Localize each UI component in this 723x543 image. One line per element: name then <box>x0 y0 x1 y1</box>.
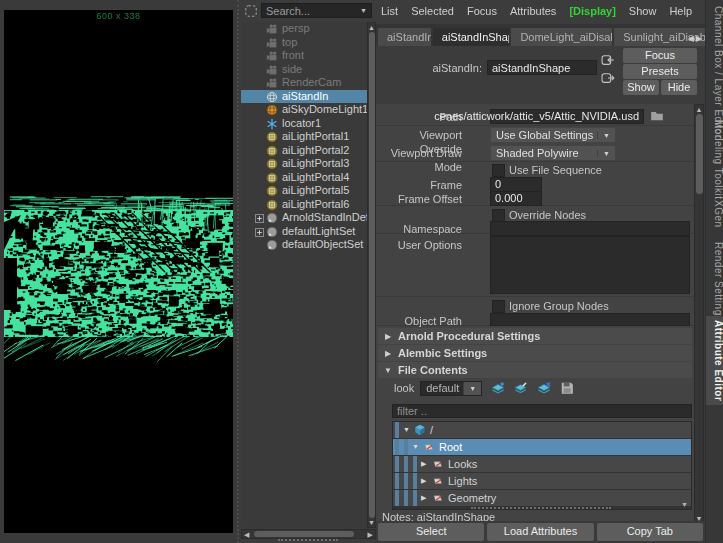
menu-list[interactable]: List <box>381 5 398 17</box>
section-label: File Contents <box>398 364 468 376</box>
scrollbar-thumb[interactable] <box>696 114 703 194</box>
section-alembic-settings[interactable]: ▶ Alembic Settings <box>378 345 692 361</box>
object-path-field[interactable] <box>490 313 690 326</box>
copy-tab-button[interactable]: Copy Tab <box>597 523 703 541</box>
expand-arrow-icon[interactable]: ▼ <box>403 426 410 433</box>
outliner-item-aiLightPortal2[interactable]: aiLightPortal2 <box>241 144 367 158</box>
dock-tab-render-settings[interactable]: Render Settings <box>706 242 723 321</box>
menu-focus[interactable]: Focus <box>467 5 497 17</box>
usd-tree-item-Geometry[interactable]: ▶Geometry <box>393 490 691 506</box>
expand-arrow-icon[interactable]: ▼ <box>412 443 419 450</box>
look-dropdown[interactable]: default ▼ <box>420 381 482 396</box>
outliner-item-aiLightPortal4[interactable]: aiLightPortal4 <box>241 171 367 185</box>
ignore-group-nodes-checkbox[interactable] <box>492 300 505 313</box>
collapse-arrow-icon[interactable]: ▶ <box>421 494 426 502</box>
node-name-field[interactable]: aiStandInShape <box>487 60 597 75</box>
tab-aiStandIn[interactable]: aiStandIn <box>378 28 431 46</box>
outliner-search-input[interactable]: Search... ▼ <box>261 3 372 18</box>
outliner-item-side[interactable]: side <box>241 63 367 77</box>
save-look-icon[interactable] <box>560 381 574 395</box>
outliner-filter-icon[interactable] <box>244 4 258 18</box>
edit-look-icon[interactable] <box>514 381 528 395</box>
hide-button[interactable]: Hide <box>661 80 697 95</box>
usd-tree-item-root[interactable]: ▼/ <box>393 422 691 438</box>
assign-look-icon[interactable] <box>491 381 505 395</box>
dock-tab-attribute-editor[interactable]: Attribute Editor <box>706 316 723 405</box>
menu-attributes[interactable]: Attributes <box>510 5 556 17</box>
scrollbar-thumb[interactable] <box>369 32 375 518</box>
outliner-item-aiSkyDomeLight1[interactable]: aiSkyDomeLight1 <box>241 103 367 117</box>
scroll-down-icon[interactable]: ▼ <box>368 519 375 526</box>
menu-show[interactable]: Show <box>629 5 657 17</box>
collapse-arrow-icon[interactable]: ▶ <box>421 477 426 485</box>
show-button[interactable]: Show <box>623 80 659 95</box>
load-input-connections-icon[interactable] <box>601 53 615 66</box>
viewport-panel: 600 x 338 <box>0 0 240 543</box>
outliner-item-aiLightPortal5[interactable]: aiLightPortal5 <box>241 184 367 198</box>
presets-button[interactable]: Presets <box>623 64 697 79</box>
section-arnold-procedural-settings[interactable]: ▶ Arnold Procedural Settings <box>378 328 692 344</box>
outliner-item-aiLightPortal1[interactable]: aiLightPortal1 <box>241 130 367 144</box>
panel-divider-handle[interactable] <box>237 0 239 543</box>
usd-filter-input[interactable]: filter .. <box>392 404 692 418</box>
focus-button[interactable]: Focus <box>623 48 697 63</box>
outliner-item-defaultLightSet[interactable]: defaultLightSet <box>241 225 367 239</box>
menu-display[interactable]: [Display] <box>569 5 615 17</box>
section-file-contents[interactable]: ▼ File Contents <box>378 362 692 378</box>
tab-aiStandInShape[interactable]: aiStandInShape <box>433 28 510 46</box>
collapse-arrow-icon[interactable]: ▶ <box>421 460 426 468</box>
outliner-item-persp[interactable]: persp <box>241 22 367 36</box>
render-viewport[interactable]: 600 x 338 <box>4 10 233 533</box>
attribute-editor-scrollbar[interactable]: ▲ ▼ <box>694 104 704 524</box>
scrollbar-thumb[interactable] <box>254 531 354 537</box>
search-dropdown-icon[interactable]: ▼ <box>360 7 367 14</box>
use-file-sequence-checkbox[interactable] <box>492 164 505 177</box>
frame-field[interactable]: 0 <box>490 177 542 192</box>
load-output-connections-icon[interactable] <box>601 71 615 84</box>
outliner-horizontal-scrollbar[interactable]: ◀ ▶ <box>241 529 376 539</box>
tab-scroll-arrows[interactable]: ◀▶ <box>688 34 704 43</box>
outliner-item-top[interactable]: top <box>241 36 367 50</box>
panel-resize-grip[interactable] <box>278 539 338 541</box>
viewport-draw-mode-dropdown[interactable]: Shaded Polywire ▼ <box>490 145 616 161</box>
dock-tab-channel-box-layer-editor[interactable]: Channel Box / Layer Editor <box>706 6 723 139</box>
expand-plus-icon[interactable] <box>255 213 264 222</box>
light-portal-icon <box>266 185 278 197</box>
frame-offset-field[interactable]: 0.000 <box>490 191 542 206</box>
select-button[interactable]: Select <box>378 523 484 541</box>
outliner-item-RenderCam[interactable]: RenderCam <box>241 76 367 90</box>
tree-scroll-down-icon[interactable]: ▼ <box>681 501 688 508</box>
outliner-item-aiLightPortal6[interactable]: aiLightPortal6 <box>241 198 367 212</box>
usd-tree-item-Looks[interactable]: ▶Looks <box>393 456 691 472</box>
outliner-vertical-scrollbar[interactable]: ▲ ▼ <box>367 22 376 528</box>
user-options-textarea[interactable] <box>490 236 690 294</box>
outliner-item-aiStandIn[interactable]: aiStandIn <box>241 90 367 104</box>
outliner-item-defaultObjectSet[interactable]: defaultObjectSet <box>241 238 367 252</box>
menu-help[interactable]: Help <box>669 5 692 17</box>
viewport-override-dropdown[interactable]: Use Global Settings ▼ <box>490 127 616 143</box>
usd-tree-item-Lights[interactable]: ▶Lights <box>393 473 691 489</box>
notes-resize-grip[interactable] <box>471 507 611 509</box>
tab-DomeLight_aiDisable1[interactable]: DomeLight_aiDisable1 <box>511 28 612 46</box>
scroll-right-icon[interactable]: ▶ <box>368 531 373 539</box>
dock-tab-xgen[interactable]: XGen <box>706 200 723 228</box>
browse-folder-icon[interactable] <box>650 109 664 123</box>
scroll-left-icon[interactable]: ◀ <box>244 531 249 539</box>
path-field[interactable]: cenes/atticwork/attic_v5/Attic_NVIDIA.us… <box>490 109 644 124</box>
load-attributes-button[interactable]: Load Attributes <box>487 523 593 541</box>
tree-item-label: Geometry <box>448 490 496 506</box>
outliner-item-ArnoldStandInDefault[interactable]: ArnoldStandInDefault <box>241 211 367 225</box>
usd-tree-item-Root[interactable]: ▼Root <box>393 439 691 455</box>
scroll-up-icon[interactable]: ▲ <box>368 24 375 31</box>
outliner-item-locator1[interactable]: locator1 <box>241 117 367 131</box>
outliner-item-label: defaultObjectSet <box>282 238 363 252</box>
expand-plus-icon[interactable] <box>255 227 264 236</box>
outliner-item-label: aiLightPortal3 <box>282 157 349 171</box>
remove-look-icon[interactable] <box>537 381 551 395</box>
namespace-field[interactable] <box>490 221 690 236</box>
outliner-item-front[interactable]: front <box>241 49 367 63</box>
dock-tab-modeling-toolkit[interactable]: Modeling Toolkit <box>706 120 723 200</box>
menu-selected[interactable]: Selected <box>411 5 454 17</box>
scroll-up-icon[interactable]: ▲ <box>695 106 703 113</box>
outliner-item-aiLightPortal3[interactable]: aiLightPortal3 <box>241 157 367 171</box>
